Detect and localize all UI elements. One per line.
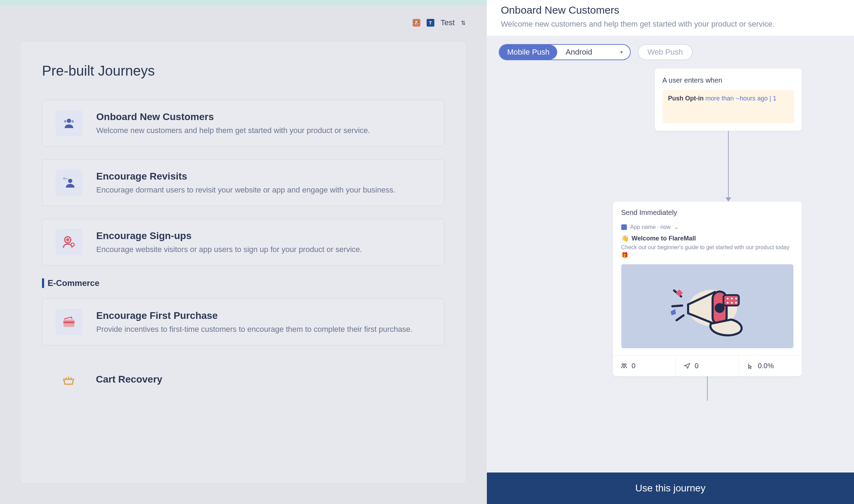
send-timing-label: Send Immediately [613, 202, 802, 220]
journey-title: Onboard New Customers [96, 111, 370, 122]
gift-emoji-icon: 🎁 [621, 252, 628, 258]
journey-desc: Provide incentives to first-time custome… [96, 325, 413, 334]
entry-condition-value[interactable]: more than --hours ago | 1 [706, 95, 777, 102]
svg-point-2 [71, 120, 74, 122]
journey-card-cart-recovery[interactable]: Cart Recovery [42, 358, 444, 394]
svg-point-0 [67, 119, 71, 123]
app-icon [621, 224, 627, 230]
svg-point-20 [624, 364, 626, 365]
svg-point-15 [735, 298, 737, 299]
journey-title: Encourage Revisits [96, 171, 396, 182]
cart-recovery-icon [55, 368, 82, 394]
use-journey-button[interactable]: Use this journey [487, 472, 854, 504]
section-header-ecommerce: E-Commerce [42, 278, 444, 288]
revisits-icon [56, 169, 82, 196]
svg-rect-8 [63, 321, 75, 323]
entry-condition-card[interactable]: A user enters when Push Opt-in more than… [655, 69, 802, 131]
journey-title: Encourage Sign-ups [96, 230, 362, 241]
wave-emoji-icon: 👋 [621, 234, 629, 242]
svg-point-13 [727, 298, 728, 299]
svg-point-3 [68, 179, 72, 183]
journey-card-signups[interactable]: Encourage Sign-ups Encourage website vis… [42, 219, 444, 266]
message-body: Check out our beginner's guide to get st… [621, 244, 790, 250]
team-badge: T [427, 19, 434, 27]
svg-point-14 [731, 298, 733, 299]
first-purchase-icon [56, 309, 82, 335]
channel-mobile-push[interactable]: Mobile Push [499, 45, 557, 59]
journey-desc: Welcome new customers and help them get … [96, 126, 370, 135]
journey-card-revisits[interactable]: Encourage Revisits Encourage dormant use… [42, 159, 444, 206]
svg-point-5 [66, 238, 69, 241]
chevron-down-icon: ⌄ [674, 224, 679, 230]
signups-icon [56, 229, 82, 255]
org-avatar-icon: 🐶 [413, 19, 420, 27]
detail-subtitle: Welcome new customers and help them get … [501, 20, 840, 29]
svg-point-18 [735, 302, 737, 303]
detail-title: Onboard New Customers [501, 4, 840, 16]
svg-rect-12 [723, 295, 739, 306]
entry-heading: A user enters when [663, 76, 794, 84]
journey-title: Encourage First Purchase [96, 310, 413, 321]
message-card[interactable]: Send Immediately App name · now ⌄ 👋 Welc… [613, 202, 802, 376]
team-selector[interactable]: Test [441, 18, 455, 27]
platform-select[interactable]: Android ▾ [557, 46, 630, 59]
message-image [621, 264, 793, 348]
page-title: Pre-built Journeys [42, 63, 444, 79]
caret-down-icon: ▾ [620, 49, 623, 55]
platform-selected-value: Android [566, 48, 592, 57]
team-switch-icon[interactable]: ⇅ [461, 20, 465, 26]
stat-ctr: 0.0% [739, 356, 802, 376]
svg-point-19 [622, 364, 624, 365]
journey-desc: Encourage dormant users to revisit your … [96, 186, 396, 195]
svg-point-1 [64, 120, 66, 122]
channel-web-push[interactable]: Web Push [638, 44, 693, 60]
journey-card-onboard[interactable]: Onboard New Customers Welcome new custom… [42, 100, 444, 147]
stat-entered: 0 [613, 356, 676, 376]
message-title: Welcome to FlareMall [632, 235, 696, 242]
journey-card-first-purchase[interactable]: Encourage First Purchase Provide incenti… [42, 299, 444, 345]
onboard-icon [56, 110, 82, 136]
journey-title: Cart Recovery [96, 374, 162, 385]
app-name-line: App name · now [630, 224, 671, 230]
svg-point-17 [731, 302, 733, 303]
stat-sent: 0 [676, 356, 739, 376]
journey-desc: Encourage website visitors or app users … [96, 245, 362, 254]
entry-condition-field: Push Opt-in [668, 95, 704, 102]
svg-point-16 [727, 302, 728, 303]
